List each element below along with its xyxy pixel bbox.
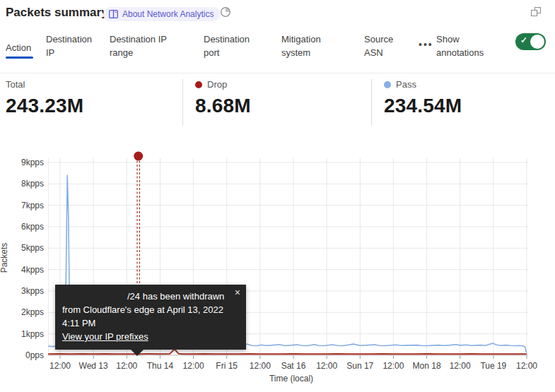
stat-pass-label: Pass: [396, 79, 416, 90]
tooltip-message: /24 has been withdrawn from Cloudflare's…: [62, 290, 239, 330]
check-icon: ✓: [520, 35, 527, 45]
tab-action[interactable]: Action: [6, 41, 33, 59]
close-icon[interactable]: ×: [235, 287, 240, 297]
drop-legend-dot: [195, 81, 202, 88]
pie-clock-icon[interactable]: [220, 6, 231, 20]
book-icon: [109, 10, 118, 18]
stat-drop-label: Drop: [207, 79, 227, 90]
header-divider: [0, 73, 555, 73]
annotation-dot: [134, 152, 143, 161]
page-title: Packets summary: [6, 6, 108, 20]
active-tab-underline: [6, 57, 33, 59]
x-axis-title: Time (local): [252, 374, 330, 384]
tab-destination-port[interactable]: Destination port: [204, 32, 262, 59]
about-network-analytics-badge[interactable]: About Network Analytics: [103, 7, 221, 21]
stat-pass-value: 234.54M: [384, 95, 462, 117]
tab-destination-ip-range[interactable]: Destination IP range: [110, 32, 179, 59]
stat-total-label: Total: [6, 79, 25, 90]
stat-total-value: 243.23M: [6, 95, 83, 117]
pass-legend-dot: [384, 81, 391, 88]
tooltip-caret: [131, 350, 144, 356]
series-drop-line: [48, 349, 527, 354]
show-annotations-toggle[interactable]: ✓: [515, 33, 546, 50]
tab-source-asn[interactable]: Source ASN: [364, 32, 401, 59]
tab-bar: Action Destination IP Destination IP ran…: [0, 32, 555, 69]
stat-drop: Drop 8.68M: [195, 79, 251, 117]
more-tabs-button[interactable]: •••: [419, 39, 433, 50]
tab-mitigation-system[interactable]: Mitigation system: [281, 32, 337, 59]
stat-divider: [371, 79, 372, 126]
stat-divider: [182, 79, 183, 126]
stat-drop-value: 8.68M: [195, 95, 251, 117]
packets-summary-panel: Packets summary About Network Analytics …: [0, 0, 555, 392]
show-annotations-label: Show annotations: [436, 32, 503, 59]
stat-pass: Pass 234.54M: [384, 79, 462, 117]
badge-label: About Network Analytics: [122, 9, 214, 19]
annotation-tooltip: × /24 has been withdrawn from Cloudflare…: [55, 285, 246, 350]
view-ip-prefixes-link[interactable]: View your IP prefixes: [62, 330, 148, 343]
toggle-knob: [530, 35, 544, 49]
stat-total: Total 243.23M: [6, 79, 83, 117]
tab-destination-ip[interactable]: Destination IP: [46, 32, 101, 59]
restore-window-icon[interactable]: [531, 7, 542, 18]
